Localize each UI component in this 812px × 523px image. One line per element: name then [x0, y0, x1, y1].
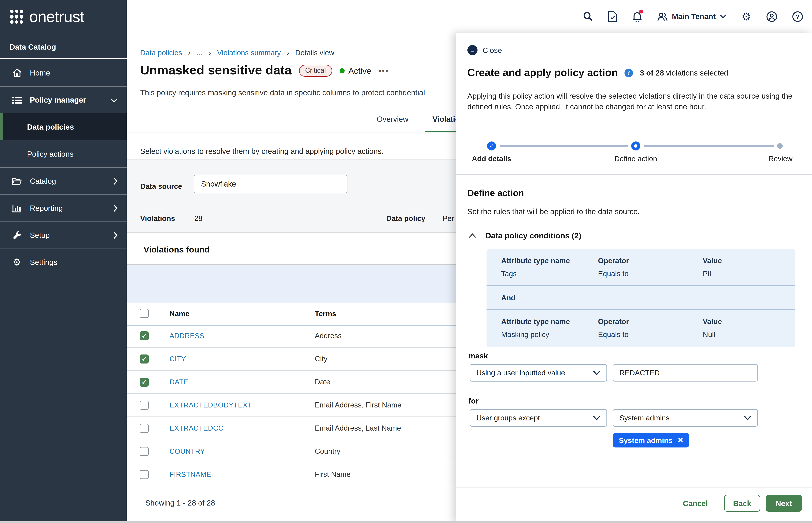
data-source-input[interactable]: Snowflake [194, 175, 347, 193]
conditions-title: Data policy conditions (2) [485, 231, 581, 240]
list-icon [12, 96, 22, 104]
tenant-switcher[interactable]: Main Tenant [657, 12, 726, 21]
step-add-details[interactable]: Add details [466, 155, 517, 163]
account-icon[interactable] [767, 11, 777, 22]
condition-row: TagsEquals toPII [487, 269, 795, 278]
violation-terms: Email Address, Last Name [315, 424, 401, 432]
sidebar-item-policy-manager[interactable]: Policy manager [0, 86, 127, 113]
violation-link[interactable]: FIRSTNAME [170, 471, 211, 479]
row-checkbox[interactable]: ✓ [140, 355, 149, 363]
notifications-bell-icon[interactable] [632, 11, 642, 22]
svg-text:?: ? [796, 13, 799, 20]
breadcrumb-violations-summary[interactable]: Violations summary [217, 49, 281, 57]
chevron-right-icon [113, 232, 118, 239]
select-all-checkbox[interactable] [140, 309, 149, 318]
sidebar-item-setup[interactable]: Setup [0, 221, 127, 249]
sidebar-item-policy-actions[interactable]: Policy actions [0, 140, 127, 167]
gear-icon: ⚙ [12, 256, 22, 268]
chevron-up-icon [469, 233, 476, 238]
chevron-down-icon [720, 14, 726, 19]
info-icon: i [625, 69, 633, 77]
violation-terms: Address [315, 331, 342, 340]
conditions-toggle[interactable]: Data policy conditions (2) [469, 231, 581, 240]
for-selector-select[interactable]: User groups except [470, 409, 607, 427]
violation-link[interactable]: EXTRACTEDBODYTEXT [170, 401, 252, 409]
folder-icon [12, 177, 22, 185]
close-button[interactable]: → Close [467, 45, 502, 55]
cancel-button[interactable]: Cancel [676, 495, 715, 512]
logo-wordmark: onetrust [29, 8, 84, 26]
bar-chart-icon [12, 204, 22, 212]
drawer-title: Create and apply policy action [467, 67, 618, 79]
search-icon[interactable] [583, 11, 593, 21]
violation-link[interactable]: ADDRESS [170, 332, 204, 340]
chip-remove-icon[interactable]: ✕ [678, 436, 683, 444]
back-button[interactable]: Back [724, 495, 760, 512]
chevron-down-icon [744, 415, 751, 420]
close-arrow-icon: → [467, 45, 477, 55]
tenant-label: Main Tenant [672, 12, 716, 21]
document-check-icon[interactable] [608, 11, 617, 22]
mask-method-select[interactable]: Using a user inputted value [470, 364, 607, 381]
sidebar-item-catalog[interactable]: Catalog [0, 167, 127, 195]
user-group-select[interactable]: System admins [613, 409, 758, 427]
selected-violations-info: 3 of 28 violations selected [640, 69, 728, 77]
help-icon[interactable]: ? [792, 11, 803, 22]
row-checkbox[interactable] [140, 470, 149, 479]
severity-badge: Critical [299, 65, 332, 76]
violation-terms: Date [315, 378, 330, 386]
select-violations-hint: Select violations to resolve them by cre… [140, 147, 384, 156]
row-checkbox[interactable]: ✓ [140, 331, 149, 340]
column-header-name[interactable]: Name [170, 309, 189, 318]
next-button[interactable]: Next [766, 495, 802, 512]
condition-headers: Attribute type nameOperatorValue [487, 256, 795, 265]
settings-gear-icon[interactable]: ⚙ [742, 11, 751, 22]
wrench-icon [12, 231, 22, 240]
breadcrumb-ellipsis[interactable]: ... [196, 49, 203, 57]
row-checkbox[interactable] [140, 401, 149, 410]
column-header-terms[interactable]: Terms [315, 309, 336, 318]
row-checkbox[interactable]: ✓ [140, 378, 149, 386]
more-actions-button[interactable]: ••• [379, 66, 389, 75]
data-policy-value: Per [442, 214, 454, 222]
violation-link[interactable]: COUNTRY [170, 448, 205, 455]
condition-headers: Attribute type nameOperatorValue [487, 317, 795, 326]
violations-count: 28 [194, 214, 202, 222]
condition-row: Masking policyEquals toNull [487, 330, 795, 339]
conditions-panel: Attribute type nameOperatorValue TagsEqu… [487, 249, 795, 347]
page-title: Unmasked sensitive data [140, 63, 292, 78]
tab-overview[interactable]: Overview [377, 115, 409, 123]
violation-link[interactable]: EXTRACTEDCC [170, 425, 224, 432]
chevron-down-icon [593, 415, 600, 420]
define-action-heading: Define action [467, 188, 524, 198]
chevron-down-icon [110, 98, 118, 102]
violations-found-title: Violations found [144, 245, 210, 254]
step-review[interactable]: Review [755, 155, 806, 163]
sidebar-item-settings[interactable]: ⚙ Settings [0, 249, 127, 275]
policy-action-drawer: → Close Create and apply policy action i… [456, 33, 812, 523]
data-source-label: Data source [140, 182, 182, 191]
drawer-description: Applying this policy action will resolve… [467, 91, 793, 112]
row-checkbox[interactable] [140, 424, 149, 433]
sidebar-item-data-policies[interactable]: Data policies [0, 113, 127, 140]
row-checkbox[interactable] [140, 447, 149, 456]
mask-label: mask [469, 352, 488, 360]
onetrust-logo[interactable]: onetrust [10, 8, 84, 26]
user-group-chip[interactable]: System admins ✕ [613, 433, 690, 448]
violation-link[interactable]: DATE [170, 378, 188, 386]
notification-dot [639, 10, 643, 13]
product-name: Data Catalog [10, 43, 56, 51]
mask-value-input[interactable]: REDACTED [613, 364, 758, 381]
breadcrumb-data-policies[interactable]: Data policies [140, 49, 182, 57]
pagination-status: Showing 1 - 28 of 28 [145, 499, 215, 507]
violation-terms: Country [315, 447, 340, 455]
step-define-action[interactable]: Define action [610, 155, 661, 163]
violation-terms: City [315, 355, 327, 363]
define-action-subheading: Set the rules that will be applied to th… [467, 208, 640, 216]
condition-joiner: And [487, 293, 795, 302]
sidebar-item-reporting[interactable]: Reporting [0, 195, 127, 221]
data-policy-label: Data policy [386, 214, 425, 222]
violation-link[interactable]: CITY [170, 355, 186, 363]
step-current-icon [631, 142, 640, 150]
sidebar-item-home[interactable]: Home [0, 59, 127, 86]
